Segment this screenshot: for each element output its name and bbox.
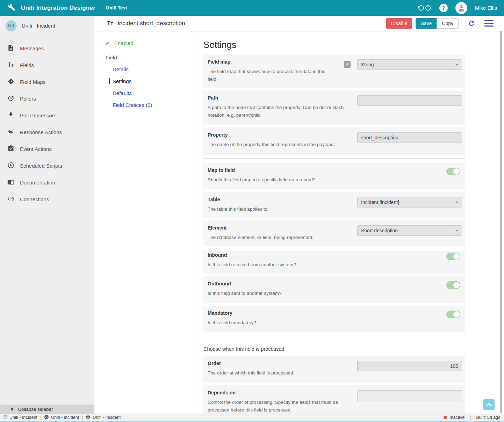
sidebar-item-scheduled-scripts[interactable]: Scheduled Scripts [0, 157, 94, 174]
form-title: Settings [203, 39, 465, 50]
chevron-down-icon [455, 230, 458, 232]
section-divider [203, 341, 465, 341]
document-icon [7, 44, 14, 52]
inbound-toggle[interactable] [446, 253, 460, 260]
environment-name[interactable]: Unifi Test [106, 5, 127, 10]
subnav-item-details[interactable]: Details [109, 66, 194, 72]
status-label: Inactive [449, 415, 465, 420]
grid-icon [3, 415, 7, 420]
setting-row-depends-on: Depends on Control the order of processi… [203, 385, 465, 414]
refresh-button[interactable] [468, 20, 475, 27]
integration-circle-icon [44, 415, 49, 421]
glasses-icon[interactable] [418, 3, 432, 13]
setting-row-property: Property The name of the property this f… [203, 128, 465, 155]
vertical-scrollbar-thumb[interactable] [500, 31, 502, 413]
unifi-integration-designer-window: Unifi Integration Designer Unifi Test ? … [0, 0, 504, 422]
user-avatar[interactable] [455, 2, 467, 14]
sidebar-item-documentation[interactable]: Documentation [0, 174, 94, 191]
gear-icon [86, 415, 91, 421]
subnav-item-field-choices[interactable]: Field Choices (0) [109, 102, 194, 108]
settings-form: Settings Field map The field map that kn… [203, 32, 465, 414]
clipboard-check-icon [7, 145, 14, 153]
chevron-down-icon [455, 202, 458, 203]
play-circle-icon [7, 162, 14, 170]
status-bar: Unifi - Incident | Unifi - Incident | Un… [0, 414, 504, 422]
status-dot-icon [444, 416, 447, 419]
page-title: incident.short_description [118, 20, 185, 27]
statusbar-app-grid[interactable]: Unifi - Incident [3, 415, 37, 420]
sidebar-item-connections[interactable]: Connections [0, 191, 94, 208]
top-bar: Unifi Integration Designer Unifi Test ? … [0, 0, 504, 16]
setting-row-path: Path A path to the node that contains th… [203, 90, 465, 125]
sidebar-item-poll-processors[interactable]: Poll Processors [0, 107, 94, 124]
setting-row-inbound: Inbound Is this field received from anot… [203, 251, 465, 274]
statusbar-app-settings[interactable]: Unifi - Incident [86, 415, 121, 421]
app-title: Unifi Integration Designer [21, 5, 95, 12]
path-input[interactable] [357, 95, 462, 106]
sidebar: U-I Unifi - Incident Messages TT Fields … [0, 16, 94, 414]
process-note: Choose when this field is processed. [203, 346, 465, 352]
sidebar-item-field-maps[interactable]: Field Maps [0, 73, 94, 90]
text-fields-icon: TT [7, 62, 14, 68]
help-icon[interactable]: ? [439, 4, 448, 12]
sidebar-item-pollers[interactable]: Pollers [0, 90, 94, 107]
content-area: ✔ Enabled Field Details Settings Default… [94, 32, 504, 414]
map-to-field-toggle[interactable] [446, 168, 460, 175]
directions-diamond-icon [7, 78, 14, 86]
integration-header[interactable]: U-I Unifi - Incident [0, 16, 94, 35]
ethernet-brackets-icon [7, 195, 14, 203]
field-type-icon: TT [107, 20, 114, 27]
field-map-select[interactable]: String [357, 59, 462, 70]
collapse-sidebar-button[interactable]: Collapse sidebar [0, 405, 94, 414]
main-area: TT incident.short_description Disable Sa… [94, 16, 504, 414]
sidebar-item-response-actions[interactable]: Response Actions [0, 124, 94, 140]
integration-avatar: U-I [6, 20, 17, 31]
user-name[interactable]: Mike Ellis [475, 5, 497, 11]
subnav-item-defaults[interactable]: Defaults [109, 90, 194, 96]
table-select[interactable]: Incident [incident] [357, 197, 462, 208]
disable-button[interactable]: Disable [386, 18, 412, 29]
sidebar-nav: Messages TT Fields Field Maps Pollers Po… [0, 35, 94, 208]
setting-row-map-to-field: Map to field Should this field map to a … [203, 163, 465, 189]
setting-row-table: Table The table this field applies to. I… [203, 192, 465, 218]
enabled-status: ✔ Enabled [106, 40, 194, 46]
update-clock-icon [7, 95, 14, 103]
element-select[interactable]: Short description [357, 225, 462, 236]
depends-on-input[interactable] [357, 390, 462, 402]
setting-row-field-map: Field map The field map that knows how t… [203, 54, 465, 88]
setting-row-outbound: Outbound Is this field sent to another s… [203, 276, 465, 303]
copy-button[interactable]: Copy [437, 18, 459, 29]
statusbar-app-integration[interactable]: Unifi - Incident [44, 415, 79, 421]
subnav-section-field: Field [106, 54, 194, 60]
scroll-to-top-button[interactable] [483, 399, 495, 410]
property-input[interactable] [357, 132, 462, 143]
chevron-down-icon [455, 64, 458, 66]
page-header: TT incident.short_description Disable Sa… [94, 16, 504, 31]
order-input[interactable] [357, 361, 462, 371]
sidebar-item-messages[interactable]: Messages [0, 40, 94, 57]
sidebar-item-fields[interactable]: TT Fields [0, 57, 94, 73]
sidebar-item-event-actions[interactable]: Event Actions [0, 140, 94, 157]
reply-arrow-icon [7, 128, 14, 136]
integration-name: Unifi - Incident [22, 23, 55, 29]
check-icon: ✔ [106, 41, 110, 46]
setting-row-order: Order The order at which this field is p… [203, 356, 465, 383]
save-button[interactable]: Save [416, 18, 437, 29]
open-record-icon[interactable] [344, 61, 351, 68]
menu-button[interactable] [484, 20, 494, 27]
subnav-item-settings[interactable]: Settings [109, 78, 194, 84]
outbound-toggle[interactable] [446, 281, 460, 289]
built-label: Built: 5d ago [476, 415, 501, 420]
wrench-icon [8, 3, 15, 13]
chevron-up-icon [486, 403, 492, 408]
setting-row-element: Element The database element, or field, … [203, 220, 465, 246]
record-subnav: ✔ Enabled Field Details Settings Default… [94, 32, 194, 414]
chevron-left-icon [10, 407, 13, 411]
mandatory-toggle[interactable] [446, 311, 460, 318]
section-divider [203, 158, 465, 159]
setting-row-mandatory: Mandatory Is this field mandatory? [203, 306, 465, 332]
download-icon [7, 111, 14, 119]
hamburger-icon [484, 20, 494, 27]
open-book-icon [7, 179, 14, 187]
